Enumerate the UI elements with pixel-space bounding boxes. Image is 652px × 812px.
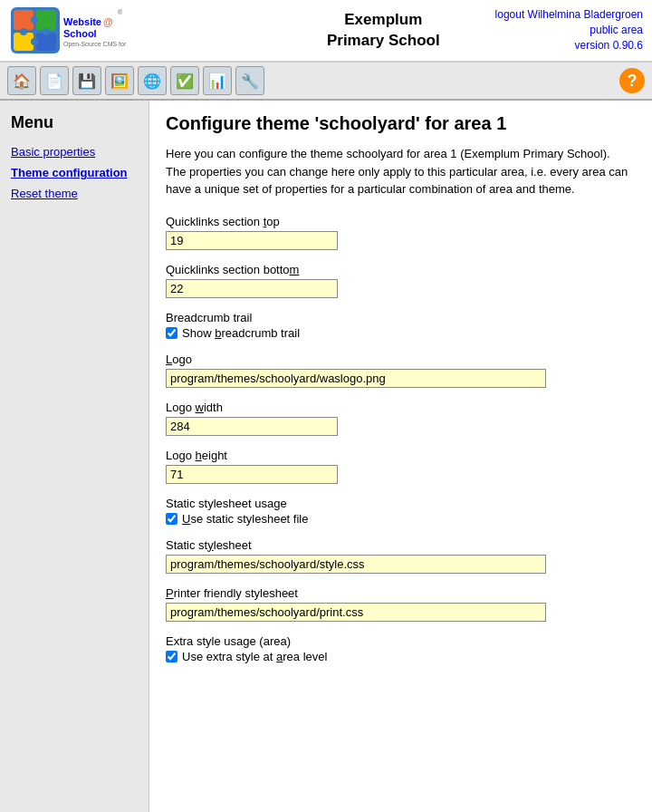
sidebar: Menu Basic properties Theme configuratio…: [0, 101, 149, 812]
logo-width-group: Logo width: [166, 401, 636, 436]
logo-height-input[interactable]: [166, 465, 338, 484]
toolbar: 🏠 📄 💾 🖼️ 🌐 ✅ 📊 🔧 ?: [0, 63, 652, 101]
main-layout: Menu Basic properties Theme configuratio…: [0, 101, 652, 812]
svg-text:School: School: [63, 28, 97, 39]
page-title: Configure theme 'schoolyard' for area 1: [166, 113, 636, 134]
svg-rect-1: [14, 10, 34, 30]
breadcrumb-trail-checkbox[interactable]: [166, 327, 177, 339]
quicklinks-top-label: Quicklinks section top: [166, 215, 636, 228]
toolbar-image-icon[interactable]: 🖼️: [105, 66, 134, 95]
printer-stylesheet-label: Printer friendly stylesheet: [166, 586, 636, 600]
logo-height-group: Logo height: [166, 449, 636, 484]
version-label: version 0.90.6: [575, 39, 643, 52]
site-name: Exemplum Primary School: [272, 10, 495, 50]
svg-text:@: @: [103, 16, 113, 27]
static-stylesheet-usage-checkbox[interactable]: [166, 513, 177, 525]
static-stylesheet-group: Static stylesheet: [166, 538, 636, 574]
quicklinks-bottom-input[interactable]: [166, 279, 338, 298]
static-stylesheet-input[interactable]: [166, 555, 546, 574]
svg-point-6: [31, 38, 38, 45]
header: Website @ School Open-Source CMS for Sch…: [0, 0, 652, 63]
logo-height-label: Logo height: [166, 449, 636, 462]
svg-point-5: [31, 16, 38, 24]
content-area: Configure theme 'schoolyard' for area 1 …: [149, 101, 652, 812]
quicklinks-top-input[interactable]: [166, 231, 338, 250]
static-stylesheet-usage-row: Use static stylesheet file: [166, 512, 636, 526]
breadcrumb-trail-row: Show breadcrumb trail: [166, 326, 636, 340]
area-label: public area: [590, 24, 643, 36]
quicklinks-bottom-group: Quicklinks section bottom: [166, 263, 636, 298]
extra-style-usage-group: Extra style usage (area) Use extra style…: [166, 634, 636, 663]
extra-style-usage-checkbox[interactable]: [166, 651, 177, 662]
logo-label: Logo: [166, 353, 636, 366]
breadcrumb-trail-label: Breadcrumb trail: [166, 311, 636, 324]
toolbar-chart-icon[interactable]: 📊: [203, 66, 232, 95]
svg-rect-2: [36, 10, 56, 30]
toolbar-save-icon[interactable]: 💾: [72, 66, 101, 95]
svg-text:Website: Website: [63, 16, 101, 27]
svg-point-8: [43, 28, 50, 35]
sidebar-item-theme-configuration[interactable]: Theme configuration: [11, 166, 138, 179]
extra-style-usage-row: Use extra style at area level: [166, 650, 636, 663]
intro-text: Here you can configure the theme schooly…: [166, 145, 636, 198]
logout-link[interactable]: logout Wilhelmina Bladergroen: [495, 8, 643, 21]
static-stylesheet-usage-label: Static stylesheet usage: [166, 497, 636, 510]
toolbar-home-icon[interactable]: 🏠: [7, 66, 36, 95]
extra-style-usage-label: Extra style usage (area): [166, 634, 636, 648]
help-icon[interactable]: ?: [619, 68, 645, 93]
toolbar-check-icon[interactable]: ✅: [170, 66, 199, 95]
quicklinks-bottom-label: Quicklinks section bottom: [166, 263, 636, 276]
logo-width-label: Logo width: [166, 401, 636, 414]
toolbar-settings-icon[interactable]: 🔧: [235, 66, 264, 95]
sidebar-title: Menu: [11, 113, 138, 132]
logo-group: Logo: [166, 353, 636, 388]
svg-point-7: [20, 28, 27, 35]
printer-stylesheet-input[interactable]: [166, 603, 546, 622]
static-stylesheet-usage-checkbox-label: Use static stylesheet file: [182, 512, 308, 526]
toolbar-globe-icon[interactable]: 🌐: [138, 66, 167, 95]
sidebar-item-basic-properties[interactable]: Basic properties: [11, 145, 138, 159]
breadcrumb-trail-group: Breadcrumb trail Show breadcrumb trail: [166, 311, 636, 340]
static-stylesheet-usage-group: Static stylesheet usage Use static style…: [166, 497, 636, 526]
breadcrumb-trail-checkbox-label: Show breadcrumb trail: [182, 326, 300, 340]
toolbar-page-icon[interactable]: 📄: [40, 66, 69, 95]
extra-style-usage-checkbox-label: Use extra style at area level: [182, 650, 327, 663]
sidebar-item-reset-theme[interactable]: Reset theme: [11, 187, 138, 200]
user-info[interactable]: logout Wilhelmina Bladergroen public are…: [495, 7, 643, 53]
logo-input[interactable]: [166, 369, 546, 388]
printer-stylesheet-group: Printer friendly stylesheet: [166, 586, 636, 622]
logo-icon: Website @ School Open-Source CMS for Sch…: [9, 5, 127, 55]
logo-area: Website @ School Open-Source CMS for Sch…: [9, 5, 272, 55]
quicklinks-top-group: Quicklinks section top: [166, 215, 636, 250]
svg-text:Open-Source CMS for Schools: Open-Source CMS for Schools: [63, 41, 127, 48]
svg-text:®: ®: [118, 9, 123, 15]
logo-width-input[interactable]: [166, 417, 338, 436]
static-stylesheet-label: Static stylesheet: [166, 538, 636, 552]
